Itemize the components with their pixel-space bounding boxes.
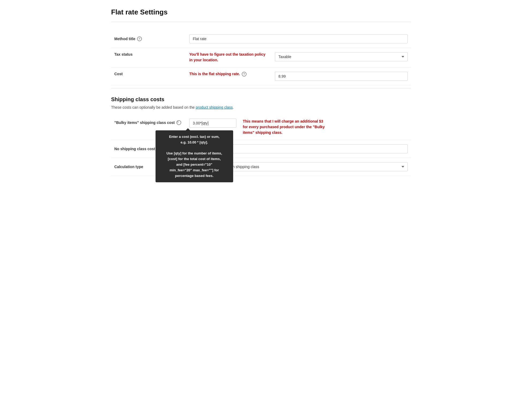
method-title-label: Method title ?: [111, 32, 186, 46]
cost-help-icon[interactable]: ?: [242, 72, 247, 77]
shipping-class-heading: Shipping class costs: [111, 94, 411, 103]
bulky-items-row: "Bulky items" shipping class cost ? Ente…: [111, 115, 411, 140]
bulky-items-input[interactable]: [189, 119, 236, 128]
method-title-input-cell: [186, 30, 411, 48]
tax-status-annotation: You'll have to figure out the taxation p…: [189, 52, 266, 62]
tax-status-annotation-cell: You'll have to figure out the taxation p…: [186, 48, 272, 67]
cost-label: Cost: [111, 67, 186, 80]
shipping-class-desc: These costs can optionally be added base…: [111, 105, 411, 109]
cost-input[interactable]: [275, 72, 408, 81]
method-title-row: Method title ?: [111, 30, 411, 48]
product-shipping-class-link[interactable]: product shipping class: [196, 105, 233, 109]
tax-status-select[interactable]: Taxable None: [275, 52, 408, 61]
tax-status-row: Tax status You'll have to figure out the…: [111, 48, 411, 67]
bulky-items-help-icon[interactable]: ? Enter a cost (excl. tax) or sum, e.g. …: [176, 120, 181, 125]
bulky-items-annotation-cell: This means that I will charge an additio…: [240, 115, 331, 140]
page-wrapper: Flat rate Settings Method title ? Tax st…: [100, 0, 422, 184]
cost-annotation: This is the flat shipping rate.: [189, 71, 240, 77]
section-divider: [111, 88, 411, 88]
bulky-items-label-cell: "Bulky items" shipping class cost ? Ente…: [111, 115, 186, 129]
cost-row: Cost This is the flat shipping rate. ?: [111, 67, 411, 85]
method-title-input[interactable]: [189, 34, 408, 43]
cost-input-cell: [272, 67, 411, 85]
bulky-items-input-cell: [186, 115, 240, 132]
cost-annotation-cell: This is the flat shipping rate. ?: [186, 67, 272, 81]
shipping-class-section: Shipping class costs These costs can opt…: [111, 94, 411, 176]
page-title: Flat rate Settings: [111, 8, 411, 22]
tax-status-input-cell: Taxable None: [272, 48, 411, 66]
bulky-items-annotation: This means that I will charge an additio…: [243, 119, 325, 135]
method-title-help-icon[interactable]: ?: [137, 36, 142, 41]
tax-status-label: Tax status: [111, 48, 186, 61]
bulky-items-tooltip: Enter a cost (excl. tax) or sum, e.g. 10…: [156, 130, 233, 182]
